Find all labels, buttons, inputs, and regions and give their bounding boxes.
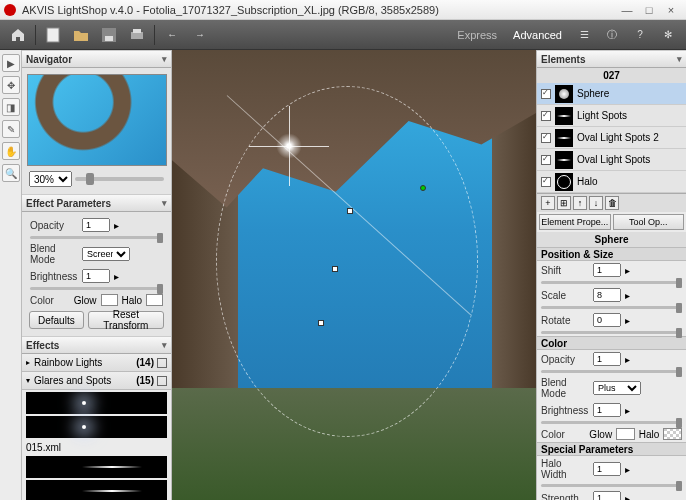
preset-thumb-1[interactable] [26,392,167,414]
transform-handle[interactable] [347,208,353,214]
delete-element-button[interactable]: 🗑 [605,196,619,210]
scale-slider[interactable] [541,306,682,309]
brightness-input[interactable] [82,269,110,283]
elements-header[interactable]: Elements ▾ [537,50,686,68]
stepper-icon[interactable]: ▸ [625,464,630,475]
undo-button[interactable]: ← [160,23,184,47]
presets-button[interactable]: ☰ [572,23,596,47]
element-item[interactable]: Sphere [537,83,686,105]
effect-toggle[interactable] [157,376,167,386]
effect-toggle[interactable] [157,358,167,368]
maximize-button[interactable]: □ [638,3,660,17]
settings-button[interactable]: ✻ [656,23,680,47]
transform-handle[interactable] [318,320,324,326]
minimize-button[interactable]: — [616,3,638,17]
navigator-thumbnail[interactable] [27,74,167,166]
scale-input[interactable] [593,288,621,302]
stepper-icon[interactable]: ▸ [625,315,630,326]
brightness-slider[interactable] [30,287,163,290]
stepper-icon[interactable]: ▸ [114,220,119,231]
halo-width-slider[interactable] [541,484,682,487]
shift-label: Shift [541,265,589,276]
effect-rainbow-lights[interactable]: ▸ Rainbow Lights (14) [22,354,171,372]
element-item[interactable]: Light Spots [537,105,686,127]
opacity-slider[interactable] [30,236,163,239]
stepper-icon[interactable]: ▸ [625,265,630,276]
visibility-checkbox[interactable] [541,111,551,121]
stepper-icon[interactable]: ▸ [625,493,630,501]
new-file-button[interactable] [41,23,65,47]
print-button[interactable] [125,23,149,47]
move-tool[interactable]: ✥ [2,76,20,94]
color-label: Color [30,295,70,306]
blend-select[interactable]: Screen [82,247,130,261]
collapse-icon: ▾ [162,340,167,350]
info-button[interactable]: ⓘ [600,23,624,47]
preset-thumb-4[interactable] [26,480,167,500]
tab-element-properties[interactable]: Element Prope... [539,214,611,230]
element-item[interactable]: Halo [537,171,686,193]
transform-handle[interactable] [332,266,338,272]
rotate-input[interactable] [593,313,621,327]
effects-header[interactable]: Effects ▾ [22,336,171,354]
visibility-checkbox[interactable] [541,155,551,165]
main-toolbar: ← → Express Advanced ☰ ⓘ ? ✻ [0,20,686,50]
navigator-header[interactable]: Navigator ▾ [22,50,171,68]
el-halo-swatch[interactable] [663,428,682,440]
zoom-slider[interactable] [75,177,164,181]
tab-tool-options[interactable]: Tool Op... [613,214,685,230]
el-brightness-slider[interactable] [541,421,682,424]
el-opacity-input[interactable] [593,352,621,366]
close-button[interactable]: × [660,3,682,17]
halo-width-input[interactable] [593,462,621,476]
run-tool[interactable]: ▶ [2,54,20,72]
move-up-button[interactable]: ↑ [573,196,587,210]
mode-advanced[interactable]: Advanced [505,29,570,41]
el-brightness-input[interactable] [593,403,621,417]
shift-input[interactable] [593,263,621,277]
visibility-checkbox[interactable] [541,133,551,143]
titlebar: AKVIS LightShop v.4.0 - Fotolia_17071327… [0,0,686,20]
el-opacity-slider[interactable] [541,370,682,373]
save-button[interactable] [97,23,121,47]
element-item[interactable]: Oval Light Spots [537,149,686,171]
zoom-select[interactable]: 30% [29,171,72,187]
element-item[interactable]: Oval Light Spots 2 [537,127,686,149]
visibility-checkbox[interactable] [541,177,551,187]
redo-button[interactable]: → [188,23,212,47]
collapse-icon: ▾ [677,54,682,64]
canvas-viewport[interactable] [172,50,536,500]
stepper-icon[interactable]: ▸ [114,271,119,282]
preset-thumb-2[interactable] [26,416,167,438]
reset-transform-button[interactable]: Reset Transform [88,311,164,329]
glow-color-swatch[interactable] [101,294,118,306]
rotate-handle[interactable] [420,185,426,191]
shift-slider[interactable] [541,281,682,284]
preset-thumb-3[interactable] [26,456,167,478]
defaults-button[interactable]: Defaults [29,311,84,329]
strength-input[interactable] [593,491,621,500]
clone-element-button[interactable]: ⊞ [557,196,571,210]
stepper-icon[interactable]: ▸ [625,354,630,365]
effect-params-header[interactable]: Effect Parameters ▾ [22,194,171,212]
stepper-icon[interactable]: ▸ [625,405,630,416]
eraser-tool[interactable]: ◨ [2,98,20,116]
opacity-input[interactable] [82,218,110,232]
el-glow-swatch[interactable] [616,428,635,440]
effect-glares-spots[interactable]: ▾ Glares and Spots (15) [22,372,171,390]
visibility-checkbox[interactable] [541,89,551,99]
brush-tool[interactable]: ✎ [2,120,20,138]
home-button[interactable] [6,23,30,47]
halo-color-swatch[interactable] [146,294,163,306]
help-button[interactable]: ? [628,23,652,47]
el-blend-select[interactable]: Plus [593,381,641,395]
move-down-button[interactable]: ↓ [589,196,603,210]
zoom-tool[interactable]: 🔍 [2,164,20,182]
element-thumb-icon [555,85,573,103]
add-element-button[interactable]: + [541,196,555,210]
mode-express[interactable]: Express [449,29,505,41]
open-folder-button[interactable] [69,23,93,47]
stepper-icon[interactable]: ▸ [625,290,630,301]
rotate-slider[interactable] [541,331,682,334]
hand-tool[interactable]: ✋ [2,142,20,160]
